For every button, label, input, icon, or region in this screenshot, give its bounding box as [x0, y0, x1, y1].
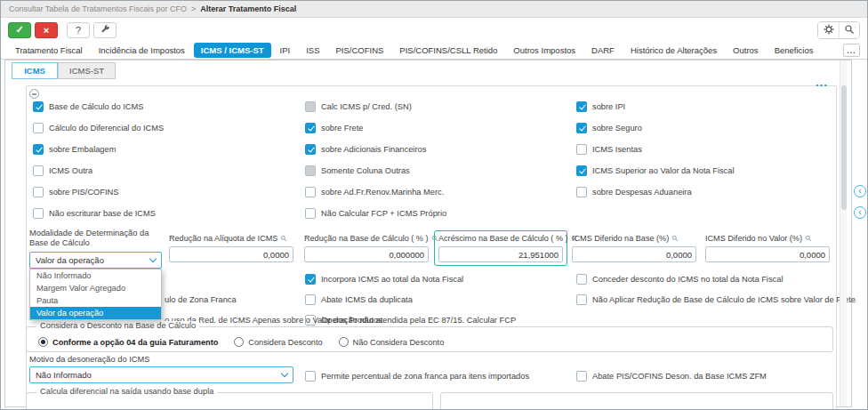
- diferencial-group-title: Calcula diferencial na saída usando base…: [36, 387, 217, 396]
- tab-icms-icms-st[interactable]: ICMS / ICMS-ST: [194, 43, 271, 58]
- radio-conforme-opcao-04[interactable]: Conforme a opção 04 da guia Faturamento: [38, 337, 218, 347]
- cb-sobre-ipi[interactable]: sobre IPI: [576, 100, 735, 112]
- cb-icms-outra[interactable]: ICMS Outra: [33, 165, 164, 176]
- panel-menu-button[interactable]: ...: [816, 76, 828, 89]
- cb-conceder-desconto-icms-total-nf[interactable]: Conceder desconto do ICMS no total da No…: [576, 273, 783, 285]
- cb-icms-isentas[interactable]: ICMS Isentas: [576, 143, 735, 155]
- modalidade-select-value: Valor da operação: [36, 255, 150, 265]
- cb-incorpora-icms-total-nf[interactable]: Incorpora ICMS ao total da Nota Fiscal: [305, 273, 463, 285]
- tab-outros[interactable]: Outros: [726, 43, 766, 58]
- option-pauta[interactable]: Pauta: [30, 294, 161, 307]
- tab-outros-impostos[interactable]: Outros Impostos: [506, 43, 583, 58]
- cancel-button[interactable]: ×: [35, 22, 58, 38]
- field-lookup-icon[interactable]: [671, 235, 679, 242]
- field-icms-diferido-base: ICMS Diferido na Base (%): [567, 230, 701, 266]
- checkbox-icon: [33, 208, 44, 219]
- desconto-group-title: Considera o Desconto na Base de Cálculo: [36, 321, 199, 330]
- tab-beneficios[interactable]: Beneficios: [768, 43, 821, 58]
- radio-label: Considera Desconto: [248, 338, 322, 347]
- collapse-panel-icon[interactable]: [29, 89, 39, 99]
- reducao-aliquota-input[interactable]: [169, 246, 293, 262]
- modalidade-select[interactable]: Valor da operação: [29, 252, 162, 269]
- checkbox-label: sobre Despesas Aduaneira: [592, 188, 692, 197]
- acrescimo-base-input[interactable]: [438, 246, 563, 262]
- tab-incidencia-de-impostos[interactable]: Incidência de Impostos: [92, 43, 192, 58]
- help-button[interactable]: ?: [67, 22, 90, 38]
- close-icon: ×: [44, 25, 49, 36]
- cb-zona-franca-covered-label[interactable]: ulo de Zona Franca: [165, 295, 237, 304]
- tab-tratamento-fiscal[interactable]: Tratamento Fiscal: [8, 43, 90, 58]
- checkbox-label: Abate ICMS da duplicata: [321, 295, 413, 304]
- subtab-bar: ICMS ICMS-ST: [12, 62, 116, 79]
- cb-nao-calcular-fcp-icms-proprio[interactable]: Não Calcular FCP + ICMS Próprio: [305, 207, 446, 219]
- tab-historico-de-alteracoes[interactable]: Histórico de Alterações: [623, 43, 724, 58]
- chevron-left-icon: ‹: [858, 187, 861, 196]
- breadcrumb-parent[interactable]: Consultar Tabela de Tratamentos Fiscais …: [9, 4, 187, 13]
- settings-button[interactable]: [818, 22, 839, 38]
- checkbox-label: sobre IPI: [592, 102, 625, 111]
- tab-ipi[interactable]: IPI: [273, 43, 298, 58]
- cb-somente-coluna-outras[interactable]: Somente Coluna Outras: [305, 165, 446, 176]
- cb-nao-escriturar-base-icms[interactable]: Não escriturar base de ICMS: [33, 207, 164, 219]
- secondary-groupbox: [440, 392, 833, 410]
- cb-sobre-pis-cofins[interactable]: sobre PIS/COFINS: [33, 186, 164, 197]
- cb-icms-superior-valor-nf[interactable]: ICMS Superior ao Valor da Nota Fiscal: [576, 165, 735, 176]
- chevron-left-icon: ‹: [858, 208, 861, 217]
- tools-button[interactable]: [93, 22, 117, 38]
- icms-diferido-valor-input[interactable]: [705, 246, 830, 262]
- scrollbar-thumb[interactable]: [841, 85, 847, 210]
- tab-pis-cofins[interactable]: PIS/COFINS: [329, 43, 391, 58]
- cb-sobre-adicionais-financeiros[interactable]: sobre Adicionais Financeiros: [305, 143, 446, 155]
- question-icon: ?: [76, 25, 81, 36]
- radio-icon: [339, 337, 349, 347]
- radio-label: Não Considera Desconto: [353, 338, 445, 347]
- cb-calc-icms-cred-sn[interactable]: Calc ICMS p/ Cred. (SN): [305, 100, 446, 112]
- cb-calculo-diferencial-icms[interactable]: Cálculo do Diferencial do ICMS: [33, 122, 164, 133]
- option-margem-valor-agregado[interactable]: Margem Valor Agregado: [30, 282, 161, 294]
- checkbox-label: ICMS Superior ao Valor da Nota Fiscal: [592, 166, 735, 175]
- app-window: Consultar Tabela de Tratamentos Fiscais …: [0, 0, 868, 410]
- cb-abate-pis-cofins-deson-zfm[interactable]: Abate PIS/COFINS Deson. da Base ICMS ZFM: [576, 370, 767, 382]
- radio-nao-considera-desconto[interactable]: Não Considera Desconto: [339, 337, 445, 347]
- icms-diferido-base-input[interactable]: [572, 246, 696, 262]
- cb-sobre-adfr-renov-marinha[interactable]: sobre Ad.Fr.Renov.Marinha Merc.: [305, 186, 446, 197]
- subtab-icms-st[interactable]: ICMS-ST: [58, 62, 116, 79]
- tab-darf[interactable]: DARF: [584, 43, 622, 58]
- field-lookup-icon[interactable]: [280, 235, 287, 242]
- cb-sobre-embalagem[interactable]: sobre Embalagem: [33, 143, 164, 155]
- panel-collapse-left-button[interactable]: ‹: [854, 185, 866, 197]
- modalidade-label: Modalidade de Determinação da Base de Cá…: [29, 229, 165, 248]
- subtab-icms[interactable]: ICMS: [12, 62, 58, 79]
- vertical-scrollbar[interactable]: [840, 60, 847, 406]
- checkbox-label: Não Calcular FCP + ICMS Próprio: [321, 209, 446, 218]
- confirm-button[interactable]: ✓: [8, 22, 31, 38]
- motivo-select[interactable]: Não Informado: [29, 366, 293, 383]
- reducao-base-input[interactable]: [304, 246, 429, 262]
- tab-pis-cofins-csll-retido[interactable]: PIS/COFINS/CSLL Retido: [392, 43, 504, 58]
- option-nao-informado[interactable]: Não Informado: [30, 269, 161, 282]
- search-button[interactable]: [839, 22, 859, 38]
- checkbox-icon: [576, 165, 587, 176]
- cb-base-calculo-icms[interactable]: Base de Cálculo do ICMS: [33, 100, 164, 112]
- checkbox-label: Calc ICMS p/ Cred. (SN): [321, 102, 412, 111]
- tab-iss[interactable]: ISS: [299, 43, 326, 58]
- field-lookup-icon[interactable]: [805, 235, 812, 242]
- checkbox-icon: [576, 274, 587, 285]
- cb-nao-aplicar-reducao-base-icms-frete[interactable]: Não Aplicar Redução de Base de Cálculo d…: [576, 293, 856, 305]
- field-label: ICMS Diferido no Valor (%): [705, 234, 802, 243]
- field-label: ICMS Diferido na Base (%): [572, 234, 669, 243]
- check-icon: ✓: [15, 24, 23, 36]
- cb-abate-icms-duplicata[interactable]: Abate ICMS da duplicata: [305, 293, 413, 305]
- cb-sobre-seguro[interactable]: sobre Seguro: [576, 122, 735, 133]
- radio-considera-desconto[interactable]: Considera Desconto: [234, 337, 322, 347]
- checkbox-label: Cálculo do Diferencial do ICMS: [49, 124, 164, 133]
- cb-sobre-frete[interactable]: sobre Frete: [305, 122, 446, 133]
- cb-sobre-despesas-aduaneira[interactable]: sobre Despesas Aduaneira: [576, 186, 735, 197]
- checkbox-label: sobre Adicionais Financeiros: [321, 145, 426, 154]
- field-reducao-base-calculo: Redução na Base de Cálculo ( % ): [300, 230, 433, 266]
- tab-overflow-button[interactable]: ...: [843, 44, 860, 57]
- cb-permite-percentual-zona-franca[interactable]: Permite percentual de zona franca para i…: [305, 370, 529, 382]
- breadcrumb-separator: >: [191, 4, 196, 13]
- option-valor-da-operacao[interactable]: Valor da operação: [30, 307, 161, 319]
- panel-collapse-left-button-2[interactable]: ‹: [854, 206, 866, 219]
